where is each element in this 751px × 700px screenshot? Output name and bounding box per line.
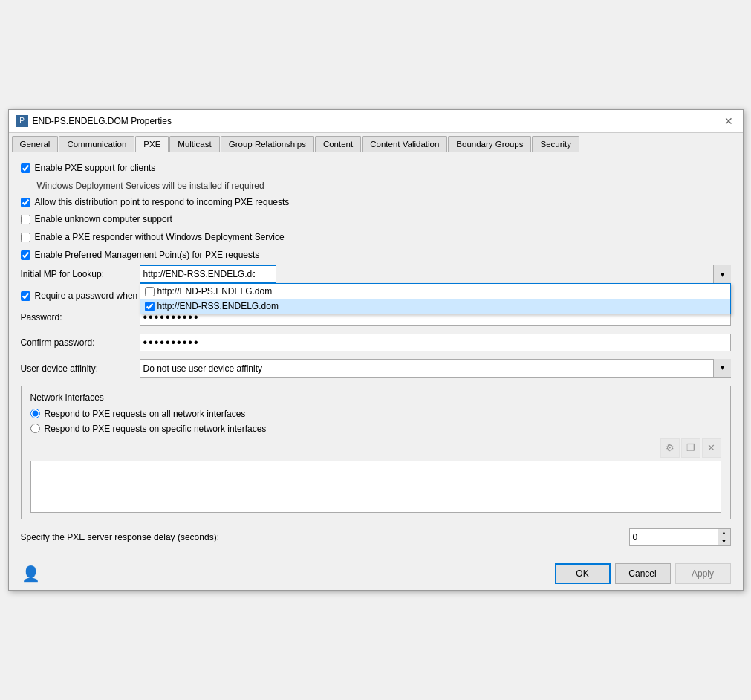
tab-security[interactable]: Security <box>532 136 579 152</box>
enable-preferred-row: Enable Preferred Management Point(s) for… <box>21 250 731 262</box>
user-icon: 👤 <box>21 563 42 584</box>
delay-spinner-wrapper: ▲ ▼ <box>629 528 731 546</box>
cancel-button[interactable]: Cancel <box>615 563 671 584</box>
tab-multicast[interactable]: Multicast <box>169 136 219 152</box>
tab-group-relationships[interactable]: Group Relationships <box>221 136 314 152</box>
delete-icon: ✕ <box>707 442 715 453</box>
enable-unknown-label: Enable unknown computer support <box>35 214 172 226</box>
close-button[interactable]: ✕ <box>722 114 735 128</box>
delay-input[interactable] <box>629 528 718 546</box>
affinity-dropdown-wrapper: Do not use user device affinity Allow wi… <box>140 359 731 378</box>
dialog-buttons: OK Cancel Apply <box>555 563 731 584</box>
network-icon-toolbar: ⚙ ❐ ✕ <box>30 438 721 458</box>
network-interfaces-group: Network interfaces Respond to PXE reques… <box>21 386 731 519</box>
radio-all-row: Respond to PXE requests on all network i… <box>30 409 721 419</box>
enable-responder-row: Enable a PXE responder without Windows D… <box>21 232 731 244</box>
gear-icon: ⚙ <box>666 442 674 453</box>
chevron-down-icon: ▾ <box>721 270 724 279</box>
initial-mp-label: Initial MP for Lookup: <box>21 269 140 279</box>
tab-communication[interactable]: Communication <box>59 136 134 152</box>
delay-spin-down[interactable]: ▼ <box>718 537 730 545</box>
tab-bar: General Communication PXE Multicast Grou… <box>9 133 743 152</box>
delay-spin-up[interactable]: ▲ <box>718 529 730 537</box>
allow-incoming-row: Allow this distribution point to respond… <box>21 197 731 209</box>
dropdown-item-1[interactable]: http://END-RSS.ENDELG.dom <box>140 299 730 314</box>
tab-pxe[interactable]: PXE <box>135 136 169 152</box>
enable-pxe-checkbox[interactable] <box>21 163 30 173</box>
dropdown-item-1-checkbox[interactable] <box>145 302 155 311</box>
network-interfaces-title: Network interfaces <box>30 392 721 403</box>
delete-interface-button[interactable]: ✕ <box>702 438 721 458</box>
radio-all-interfaces[interactable] <box>30 409 40 418</box>
initial-mp-row: Initial MP for Lookup: ▾ http://END-PS.E… <box>21 265 731 283</box>
enable-pxe-label: Enable PXE support for clients <box>35 163 156 175</box>
password-label: Password: <box>21 312 140 323</box>
ok-button[interactable]: OK <box>555 563 611 584</box>
enable-unknown-row: Enable unknown computer support <box>21 214 731 226</box>
down-arrow-icon: ▼ <box>721 539 726 544</box>
enable-pxe-row: Enable PXE support for clients <box>21 163 731 175</box>
bottom-bar: 👤 OK Cancel Apply <box>9 557 743 590</box>
delay-label: Specify the PXE server response delay (s… <box>21 532 629 542</box>
initial-mp-popup: http://END-PS.ENDELG.dom http://END-RSS.… <box>140 283 731 314</box>
radio-all-label: Respond to PXE requests on all network i… <box>45 409 246 419</box>
enable-preferred-checkbox[interactable] <box>21 250 30 260</box>
window-title: END-PS.ENDELG.DOM Properties <box>33 116 172 126</box>
radio-specific-label: Respond to PXE requests on specific netw… <box>45 424 267 434</box>
network-interfaces-list[interactable] <box>30 461 721 513</box>
dropdown-item-1-label: http://END-RSS.ENDELG.dom <box>157 301 279 311</box>
titlebar-left: P END-PS.ENDELG.DOM Properties <box>16 115 172 127</box>
affinity-row: User device affinity: Do not use user de… <box>21 359 731 378</box>
window-icon: P <box>16 115 28 127</box>
enable-preferred-label: Enable Preferred Management Point(s) for… <box>35 250 260 262</box>
dropdown-item-0[interactable]: http://END-PS.ENDELG.dom <box>140 284 730 299</box>
dropdown-item-0-checkbox[interactable] <box>145 287 155 296</box>
initial-mp-arrow[interactable]: ▾ <box>713 265 731 283</box>
close-icon: ✕ <box>724 115 733 127</box>
tab-content[interactable]: Content <box>315 136 361 152</box>
confirm-pw-label: Confirm password: <box>21 337 140 348</box>
titlebar: P END-PS.ENDELG.DOM Properties ✕ <box>9 110 743 133</box>
affinity-select[interactable]: Do not use user device affinity Allow wi… <box>140 359 731 378</box>
allow-incoming-label: Allow this distribution point to respond… <box>35 197 290 209</box>
initial-mp-dropdown-wrapper: ▾ http://END-PS.ENDELG.dom http://END-RS… <box>140 265 731 283</box>
radio-specific-interfaces[interactable] <box>30 424 40 433</box>
delay-row: Specify the PXE server response delay (s… <box>21 528 731 546</box>
main-window: P END-PS.ENDELG.DOM Properties ✕ General… <box>8 109 744 591</box>
user-avatar-icon: 👤 <box>22 565 40 583</box>
wds-subtext: Windows Deployment Services will be inst… <box>37 181 731 191</box>
enable-unknown-checkbox[interactable] <box>21 215 30 224</box>
tab-boundary-groups[interactable]: Boundary Groups <box>448 136 531 152</box>
tab-general[interactable]: General <box>12 136 59 152</box>
allow-incoming-checkbox[interactable] <box>21 198 30 207</box>
enable-responder-label: Enable a PXE responder without Windows D… <box>35 232 285 244</box>
add-interface-button[interactable]: ⚙ <box>660 438 680 458</box>
apply-button[interactable]: Apply <box>675 563 731 584</box>
tab-content-validation[interactable]: Content Validation <box>362 136 447 152</box>
require-pw-checkbox[interactable] <box>21 291 30 301</box>
pxe-content: Enable PXE support for clients Windows D… <box>9 152 743 557</box>
up-arrow-icon: ▲ <box>721 530 726 535</box>
confirm-pw-input[interactable] <box>140 334 731 351</box>
dropdown-item-0-label: http://END-PS.ENDELG.dom <box>157 286 273 296</box>
initial-mp-input[interactable] <box>140 265 276 283</box>
copy-interface-button[interactable]: ❐ <box>681 438 700 458</box>
confirm-pw-row: Confirm password: <box>21 334 731 351</box>
enable-responder-checkbox[interactable] <box>21 233 30 242</box>
delay-spin-buttons: ▲ ▼ <box>718 528 731 546</box>
affinity-label: User device affinity: <box>21 363 140 374</box>
copy-icon: ❐ <box>686 442 695 453</box>
radio-specific-row: Respond to PXE requests on specific netw… <box>30 424 721 434</box>
